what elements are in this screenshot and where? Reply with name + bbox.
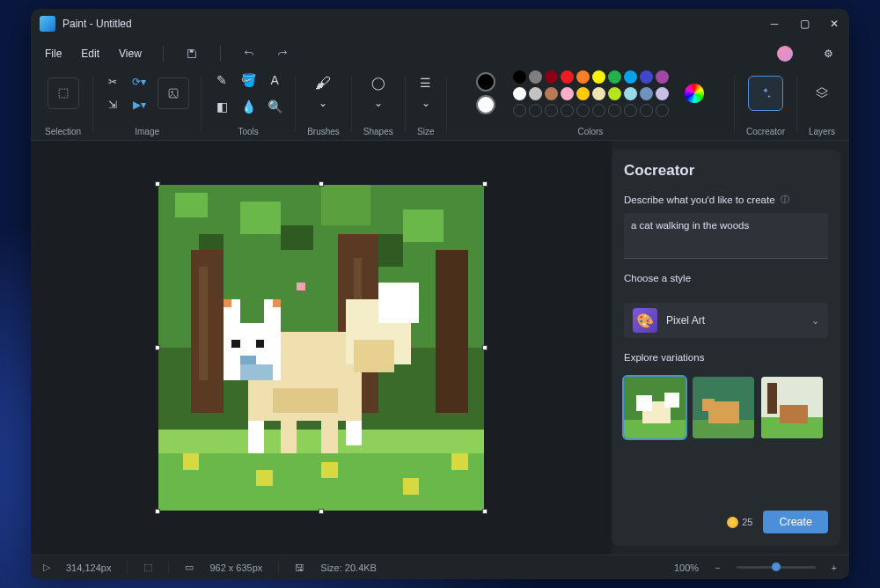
user-avatar[interactable] — [777, 46, 793, 62]
picker-icon[interactable]: 💧 — [239, 98, 257, 115]
ribbon-label-shapes: Shapes — [363, 127, 393, 136]
svg-rect-28 — [378, 283, 419, 323]
color-swatch[interactable] — [576, 87, 590, 100]
ribbon-label-layers: Layers — [809, 127, 835, 136]
svg-rect-36 — [256, 340, 264, 348]
cursor-position: 314,124px — [66, 562, 111, 573]
resize-handle[interactable] — [319, 509, 324, 514]
color-secondary[interactable] — [476, 95, 495, 114]
color-swatch-empty[interactable] — [561, 104, 574, 117]
color-swatch-empty[interactable] — [592, 104, 605, 117]
color-swatch-empty[interactable] — [545, 104, 558, 117]
color-swatch[interactable] — [656, 87, 669, 100]
svg-rect-41 — [321, 421, 338, 453]
info-icon[interactable]: ⓘ — [781, 194, 789, 206]
maximize-button[interactable]: ▢ — [798, 18, 810, 30]
color-swatch[interactable] — [608, 70, 621, 84]
resize-icon[interactable]: ⇲ — [105, 97, 121, 113]
color-swatch-empty[interactable] — [656, 104, 669, 117]
rotate-icon[interactable]: ⟳▾ — [131, 74, 147, 90]
create-button[interactable]: Create — [763, 511, 828, 533]
color-swatch-empty[interactable] — [529, 104, 542, 117]
zoom-out-button[interactable]: − — [715, 562, 720, 573]
chevron-down-icon[interactable]: ⌄ — [370, 95, 386, 111]
color-swatch[interactable] — [656, 70, 669, 84]
save-icon[interactable] — [185, 47, 199, 61]
variation-thumb[interactable] — [761, 377, 823, 438]
zoom-in-button[interactable]: + — [832, 562, 837, 573]
zoom-level: 100% — [674, 562, 699, 573]
color-swatch[interactable] — [640, 70, 653, 84]
color-swatch[interactable] — [592, 87, 605, 100]
app-icon — [40, 16, 55, 32]
zoom-slider[interactable] — [737, 566, 816, 569]
resize-handle[interactable] — [155, 345, 160, 350]
color-swatch[interactable] — [529, 87, 542, 100]
chevron-down-icon[interactable]: ⌄ — [418, 95, 434, 111]
image-tool-icon[interactable] — [158, 77, 189, 109]
color-swatch[interactable] — [624, 70, 637, 84]
redo-icon[interactable] — [275, 47, 290, 61]
color-swatch[interactable] — [592, 70, 605, 84]
canvas-area[interactable] — [31, 141, 612, 555]
crop-icon[interactable]: ✂ — [105, 74, 121, 90]
undo-icon[interactable] — [242, 47, 256, 61]
prompt-input[interactable] — [624, 213, 828, 259]
pencil-icon[interactable]: ✎ — [213, 71, 231, 89]
minimize-button[interactable]: ─ — [768, 18, 781, 30]
svg-rect-44 — [297, 283, 304, 290]
svg-rect-42 — [346, 421, 363, 445]
color-swatch[interactable] — [529, 70, 542, 84]
svg-point-3 — [172, 92, 173, 93]
coin-icon — [727, 517, 738, 528]
menu-edit[interactable]: Edit — [81, 48, 99, 60]
resize-handle[interactable] — [482, 509, 488, 514]
size-icon[interactable]: ☰ — [417, 74, 435, 92]
resize-handle[interactable] — [319, 181, 324, 187]
color-swatch[interactable] — [513, 70, 526, 84]
resize-handle[interactable] — [155, 181, 160, 187]
cocreator-button[interactable] — [748, 76, 783, 111]
color-swatch-empty[interactable] — [576, 104, 590, 117]
menu-file[interactable]: File — [45, 48, 62, 60]
color-primary[interactable] — [476, 72, 495, 92]
color-swatch-empty[interactable] — [608, 104, 621, 117]
layers-icon[interactable] — [813, 85, 831, 102]
color-swatch[interactable] — [561, 87, 574, 100]
color-swatch-empty[interactable] — [624, 104, 637, 117]
color-swatch[interactable] — [608, 87, 621, 100]
color-swatch[interactable] — [545, 87, 558, 100]
color-swatch[interactable] — [576, 70, 590, 84]
svg-rect-16 — [199, 267, 207, 381]
variation-thumb[interactable] — [624, 377, 686, 438]
flip-icon[interactable]: ▶▾ — [131, 97, 147, 113]
color-swatch[interactable] — [640, 87, 653, 100]
resize-handle[interactable] — [482, 345, 488, 350]
color-swatch-empty[interactable] — [640, 104, 653, 117]
color-swatch[interactable] — [624, 87, 637, 100]
color-swatch-empty[interactable] — [513, 104, 526, 117]
fill-icon[interactable]: 🪣 — [239, 71, 257, 89]
color-picker-wheel-icon[interactable] — [685, 84, 704, 103]
color-swatch[interactable] — [545, 70, 558, 84]
settings-icon[interactable]: ⚙ — [821, 47, 835, 61]
text-icon[interactable]: A — [266, 71, 283, 89]
app-window: Paint - Untitled ─ ▢ ✕ File Edit View ⚙ … — [31, 9, 849, 579]
brush-icon[interactable]: 🖌 — [314, 74, 332, 92]
chevron-down-icon[interactable]: ⌄ — [315, 95, 331, 111]
resize-handle[interactable] — [482, 181, 488, 187]
style-select[interactable]: 🎨 Pixel Art ⌄ — [624, 303, 828, 338]
menu-view[interactable]: View — [119, 48, 142, 60]
svg-rect-35 — [231, 340, 239, 348]
magnifier-icon[interactable]: 🔍 — [266, 98, 283, 115]
color-swatch[interactable] — [513, 87, 526, 100]
variation-thumb[interactable] — [693, 377, 754, 438]
shapes-icon[interactable]: ◯ — [370, 74, 387, 92]
selection-tool-icon[interactable] — [48, 77, 79, 109]
close-button[interactable]: ✕ — [828, 18, 840, 30]
eraser-icon[interactable]: ◧ — [213, 98, 231, 115]
color-swatch[interactable] — [561, 70, 574, 84]
canvas[interactable] — [158, 185, 484, 511]
resize-handle[interactable] — [155, 509, 160, 514]
svg-rect-49 — [664, 393, 680, 408]
